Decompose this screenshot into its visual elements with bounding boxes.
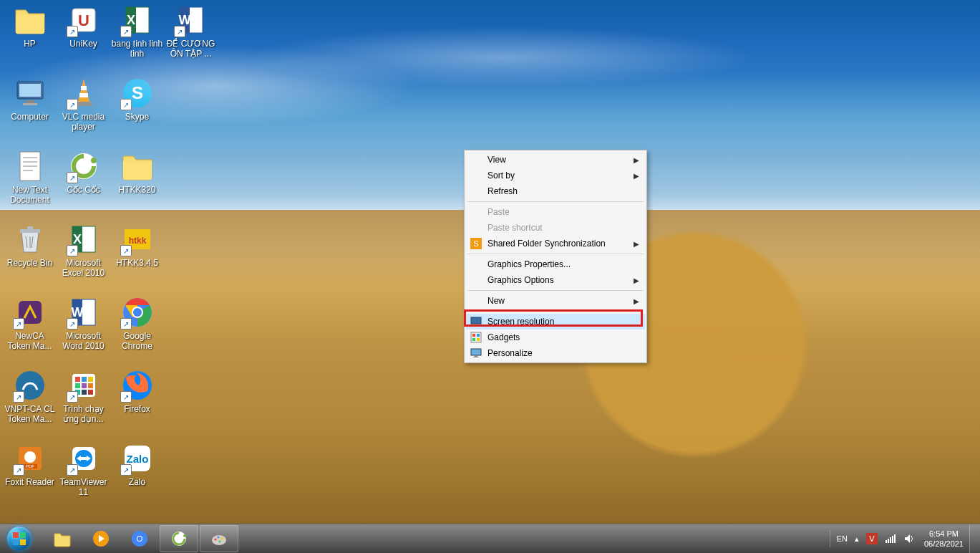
desktop-icon-trinhchay[interactable]: ↗Trình chạy ứng dụn... xyxy=(57,368,110,437)
svg-rect-65 xyxy=(471,317,481,324)
tray-expand-icon[interactable]: ▴ xyxy=(851,534,863,544)
submenu-arrow-icon: ▶ xyxy=(634,297,639,305)
context-menu-label: View xyxy=(487,155,506,165)
svg-point-39 xyxy=(133,308,142,317)
desktop-icon-label: Computer xyxy=(11,112,49,122)
desktop-icon-unikey[interactable]: U↗UniKey xyxy=(57,3,110,72)
context-menu-item-view[interactable]: View▶ xyxy=(466,152,645,168)
network-icon[interactable] xyxy=(881,533,900,544)
taskbar-button-chrome[interactable] xyxy=(121,526,158,552)
shortcut-overlay-icon: ↗ xyxy=(67,245,78,256)
taskbar-button-paint[interactable] xyxy=(200,525,238,552)
svg-rect-49 xyxy=(82,390,87,395)
context-menu-label: Personalize xyxy=(487,348,533,358)
clock-time: 6:54 PM xyxy=(924,529,964,539)
media-player-icon xyxy=(92,529,110,548)
desktop[interactable]: HPU↗UniKeyX↗bang tinh linh tinhW↗ĐỀ CƯƠN… xyxy=(0,0,980,524)
context-menu-item-shared-folder-synchronization[interactable]: SShared Folder Synchronization▶ xyxy=(466,236,645,251)
desktop-icon-vnptca[interactable]: ↗VNPT-CA CL Token Ma... xyxy=(3,368,57,437)
desktop-icon-teamviewer[interactable]: ↗TeamViewer 11 xyxy=(57,441,110,510)
desktop-icon-htkk345[interactable]: htkk↗HTKK3.4.5 xyxy=(110,222,164,291)
svg-rect-93 xyxy=(892,536,893,543)
vlc-icon: ↗ xyxy=(67,76,101,110)
desktop-icon-computer[interactable]: Computer xyxy=(3,76,57,145)
svg-point-82 xyxy=(183,534,186,537)
language-indicator[interactable]: EN xyxy=(833,534,851,543)
desktop-icon-coccoc[interactable]: ↗Cốc Cốc xyxy=(57,149,110,218)
desktop-icon-label: Zalo xyxy=(129,477,145,487)
desktop-icon-htkk320[interactable]: HTKK320 xyxy=(110,149,164,218)
shortcut-overlay-icon: ↗ xyxy=(174,26,185,37)
desktop-icon-foxit[interactable]: PDF↗Foxit Reader xyxy=(3,441,57,510)
context-menu-item-gadgets[interactable]: Gadgets xyxy=(466,330,645,345)
svg-rect-74 xyxy=(475,355,477,357)
taskbar-button-coccoc[interactable] xyxy=(160,525,198,552)
submenu-arrow-icon: ▶ xyxy=(634,240,639,248)
svg-text:S: S xyxy=(473,239,478,248)
desktop-icon-label: Cốc Cốc xyxy=(67,185,100,195)
svg-rect-44 xyxy=(88,377,93,382)
tray-app-icon[interactable]: V xyxy=(863,533,881,544)
context-menu-item-refresh[interactable]: Refresh xyxy=(466,183,645,199)
taskbar-clock[interactable]: 6:54 PM 06/28/2021 xyxy=(918,529,969,549)
context-menu-item-graphics-properties[interactable]: Graphics Properties... xyxy=(466,256,645,272)
context-menu-item-graphics-options[interactable]: Graphics Options▶ xyxy=(466,272,645,288)
svg-rect-94 xyxy=(894,534,896,543)
shortcut-overlay-icon: ↗ xyxy=(13,318,24,330)
svg-text:W: W xyxy=(71,305,83,319)
svg-text:PDF: PDF xyxy=(26,464,34,468)
desktop-icon-label: New Text Document xyxy=(4,185,57,205)
svg-rect-73 xyxy=(471,349,481,355)
taskbar-button-wmp[interactable] xyxy=(82,526,120,552)
desktop-icon-bangtinh[interactable]: X↗bang tinh linh tinh xyxy=(110,3,164,72)
desktop-icon-recycle[interactable]: Recycle Bin xyxy=(3,222,57,291)
decuong-icon: W↗ xyxy=(174,3,208,37)
svg-rect-11 xyxy=(23,103,37,105)
context-menu-item-sort-by[interactable]: Sort by▶ xyxy=(466,168,645,183)
svg-rect-71 xyxy=(472,338,475,341)
newtext-icon xyxy=(13,149,47,183)
desktop-icon-skype[interactable]: S↗Skype xyxy=(110,76,164,145)
svg-text:X: X xyxy=(126,13,135,27)
desktop-icon-newca[interactable]: ↗NewCA Token Ma... xyxy=(3,295,57,364)
newca-icon: ↗ xyxy=(13,295,47,330)
desktop-icon-excel2010[interactable]: X↗Microsoft Excel 2010 xyxy=(57,222,110,291)
svg-rect-66 xyxy=(475,324,477,325)
svg-rect-26 xyxy=(27,226,33,230)
svg-rect-70 xyxy=(477,334,480,337)
taskbar-button-explorer[interactable] xyxy=(44,526,81,552)
desktop-icon-firefox[interactable]: ↗Firefox xyxy=(110,368,164,437)
svg-text:U: U xyxy=(78,11,89,29)
desktop-icon-label: Skype xyxy=(125,112,149,122)
desktop-icon-hp[interactable]: HP xyxy=(3,3,57,72)
context-menu-item-screen-resolution[interactable]: Screen resolution xyxy=(466,314,645,330)
desktop-icon-word2010[interactable]: W↗Microsoft Word 2010 xyxy=(57,295,110,364)
desktop-icon-vlc[interactable]: ↗VLC media player xyxy=(57,76,110,145)
volume-icon[interactable] xyxy=(900,533,918,544)
desktop-icon-label: NewCA Token Ma... xyxy=(4,331,57,351)
svg-rect-47 xyxy=(88,383,93,388)
context-menu-label: Graphics Options xyxy=(487,275,554,285)
desktop-icon-label: Trình chạy ứng dụn... xyxy=(57,404,110,424)
htkk320-icon xyxy=(120,149,155,183)
desktop-icon-label: ĐỀ CƯƠNG ÔN TẬP ... xyxy=(165,39,218,59)
shortcut-overlay-icon: ↗ xyxy=(67,464,78,476)
teamviewer-icon: ↗ xyxy=(67,441,101,476)
desktop-icon-zalo[interactable]: Zalo↗Zalo xyxy=(110,441,164,510)
context-menu-label: New xyxy=(487,296,505,306)
gadget-icon xyxy=(470,332,482,343)
desktop-icon-chrome[interactable]: ↗Google Chrome xyxy=(110,295,164,364)
svg-rect-14 xyxy=(79,93,88,97)
desktop-icon-label: bang tinh linh tinh xyxy=(111,39,164,59)
htkk345-icon: htkk↗ xyxy=(120,222,155,256)
desktop-icon-newtext[interactable]: New Text Document xyxy=(3,149,57,218)
start-button[interactable] xyxy=(0,524,39,553)
trinhchay-icon: ↗ xyxy=(67,368,101,403)
desktop-icon-decuong[interactable]: W↗ĐỀ CƯƠNG ÔN TẬP ... xyxy=(164,3,218,72)
coccoc-icon: ↗ xyxy=(67,149,101,183)
desktop-icon-label: TeamViewer 11 xyxy=(57,477,110,497)
show-desktop-button[interactable] xyxy=(969,524,980,553)
shortcut-overlay-icon: ↗ xyxy=(120,99,132,110)
context-menu-item-new[interactable]: New▶ xyxy=(466,293,645,309)
context-menu-item-personalize[interactable]: Personalize xyxy=(466,345,645,361)
